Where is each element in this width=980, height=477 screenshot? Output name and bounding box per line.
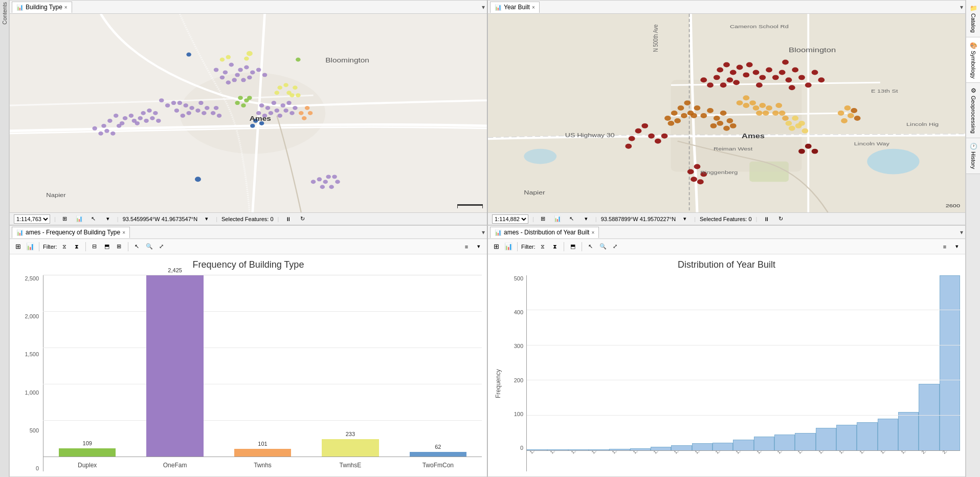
- building-type-tab-close[interactable]: ×: [64, 5, 68, 10]
- bar-twnhs[interactable]: 101: [219, 275, 306, 457]
- svg-point-162: [727, 118, 733, 123]
- svg-point-154: [671, 111, 678, 116]
- dist-chart-btn[interactable]: 📊: [503, 242, 514, 252]
- bar-duplex[interactable]: 109: [43, 275, 131, 457]
- year-built-map-area[interactable]: Bloomington Ames Napier US Highway 30 Ca…: [488, 14, 965, 212]
- dist-dropdown-btn[interactable]: ▾: [952, 242, 962, 252]
- dist-year-built-tab-close[interactable]: ×: [591, 230, 594, 235]
- hist-bar-1947[interactable]: [754, 437, 774, 450]
- toolbar-chart-icon[interactable]: 📊: [74, 214, 84, 224]
- bar-twofmcon[interactable]: 62: [394, 275, 482, 457]
- freq-filter-btn[interactable]: ⧖: [59, 242, 70, 252]
- svg-text:Bloomington: Bloomington: [789, 46, 836, 53]
- bar-twnhse[interactable]: 233: [306, 275, 394, 457]
- svg-point-142: [661, 134, 668, 139]
- toolbar-select-icon[interactable]: ↖: [88, 214, 99, 224]
- history-tab[interactable]: 🕐 History: [966, 138, 980, 174]
- toolbar-chart-icon-2[interactable]: 📊: [552, 214, 563, 224]
- freq-expand-btn[interactable]: ⤢: [157, 242, 167, 252]
- toolbar-table-icon-2[interactable]: ⊞: [538, 214, 548, 224]
- building-type-scale-select[interactable]: 1:114,763: [14, 214, 50, 224]
- freq-export-btn[interactable]: ⬒: [102, 242, 112, 252]
- refresh-btn-1[interactable]: ↻: [297, 214, 307, 224]
- svg-text:Ames: Ames: [250, 115, 271, 122]
- hist-bar-2003[interactable]: [919, 384, 939, 450]
- dist-list-btn[interactable]: ≡: [940, 242, 950, 252]
- svg-point-141: [655, 139, 661, 144]
- dist-select-btn[interactable]: ↖: [586, 242, 596, 252]
- dist-filter-btn2[interactable]: ⧗: [550, 242, 560, 252]
- freq-panel-menu[interactable]: ▾: [482, 229, 485, 236]
- freq-building-type-tab[interactable]: 📊 ames - Frequency of Building Type ×: [12, 227, 130, 238]
- freq-table-btn[interactable]: ⊞: [13, 242, 23, 252]
- coord-dropdown-2[interactable]: ▾: [680, 214, 690, 224]
- hist-bar-1906[interactable]: [630, 448, 651, 450]
- toolbar-more-icon[interactable]: ▾: [103, 214, 113, 224]
- svg-point-41: [114, 114, 118, 118]
- freq-table-view-btn[interactable]: ⊟: [90, 242, 100, 252]
- dist-filter-btn[interactable]: ⧖: [538, 242, 548, 252]
- hist-bar-1872[interactable]: [527, 449, 547, 450]
- hist-bar-1968[interactable]: [816, 428, 836, 450]
- dist-table-btn[interactable]: ⊞: [491, 242, 501, 252]
- svg-point-88: [241, 103, 246, 107]
- hist-bar-1913[interactable]: [651, 447, 671, 450]
- svg-point-14: [214, 68, 218, 72]
- dist-zoom-btn[interactable]: 🔍: [598, 242, 608, 252]
- dist-year-built-tab[interactable]: 📊 ames - Distribution of Year Built ×: [490, 227, 599, 238]
- hist-bar-1961[interactable]: [795, 433, 815, 450]
- geoprocessing-tab[interactable]: ⚙ Geoprocessing: [966, 83, 980, 138]
- hist-bar-1927[interactable]: [692, 443, 712, 450]
- svg-point-36: [132, 119, 137, 123]
- hist-bar-1989[interactable]: [878, 419, 898, 450]
- hist-bar-1954[interactable]: [774, 435, 795, 450]
- hist-bar-1982[interactable]: [857, 422, 877, 450]
- hist-bar-2010[interactable]: [940, 275, 960, 450]
- svg-text:Ringgenberg: Ringgenberg: [700, 170, 738, 175]
- coord-dropdown-1[interactable]: ▾: [202, 214, 212, 224]
- hist-bar-1878[interactable]: [547, 449, 568, 450]
- freq-chart-settings[interactable]: ⊞: [114, 242, 124, 252]
- dist-export-btn[interactable]: ⬒: [568, 242, 578, 252]
- building-type-tab[interactable]: 📊 Building Type ×: [12, 2, 72, 13]
- freq-dropdown-btn[interactable]: ▾: [474, 242, 484, 252]
- freq-bar-chart: 2,500 2,000 1,500 1,000 500 0: [15, 275, 482, 471]
- hist-bar-1892[interactable]: [589, 449, 609, 450]
- freq-filter-btn2[interactable]: ⧗: [72, 242, 82, 252]
- catalog-tab[interactable]: 📁 Catalog: [966, 0, 980, 37]
- building-type-map-area[interactable]: Bloomington Ames Napier: [10, 14, 487, 212]
- freq-list-btn[interactable]: ≡: [461, 242, 472, 252]
- svg-point-146: [691, 177, 697, 182]
- dist-panel-menu[interactable]: ▾: [960, 229, 963, 236]
- freq-select-btn[interactable]: ↖: [132, 242, 142, 252]
- bar-onefam[interactable]: 2,425: [131, 275, 218, 457]
- contents-label[interactable]: Contents: [2, 2, 8, 25]
- toolbar-more-icon-2[interactable]: ▾: [581, 214, 591, 224]
- hist-bar-1899[interactable]: [609, 449, 630, 450]
- hist-bar-1996[interactable]: [898, 412, 919, 450]
- bar-onefam-value: 2,425: [168, 267, 182, 273]
- year-built-tab[interactable]: 📊 Year Built ×: [490, 2, 540, 13]
- freq-zoom-btn[interactable]: 🔍: [144, 242, 154, 252]
- hist-bar-1920[interactable]: [671, 445, 692, 450]
- hist-bar-1934[interactable]: [712, 443, 733, 450]
- symbology-tab[interactable]: 🎨 Symbology: [966, 37, 980, 83]
- year-built-tab-close[interactable]: ×: [532, 5, 535, 10]
- svg-point-171: [753, 105, 760, 111]
- toolbar-table-icon[interactable]: ⊞: [60, 214, 70, 224]
- building-type-panel-menu[interactable]: ▾: [482, 4, 485, 11]
- freq-building-type-tab-close[interactable]: ×: [122, 230, 125, 235]
- hist-bar-1885[interactable]: [568, 449, 589, 450]
- hist-bar-1975[interactable]: [836, 425, 857, 450]
- pause-btn-2[interactable]: ⏸: [761, 214, 771, 224]
- bar-twnhse-value: 233: [346, 431, 355, 437]
- year-built-panel-menu[interactable]: ▾: [960, 4, 963, 11]
- dist-expand-btn[interactable]: ⤢: [610, 242, 620, 252]
- freq-chart-btn[interactable]: 📊: [25, 242, 35, 252]
- left-panel: Contents: [0, 0, 9, 477]
- hist-bar-1941[interactable]: [733, 440, 753, 450]
- year-built-scale-select[interactable]: 1:114,882: [492, 214, 528, 224]
- refresh-btn-2[interactable]: ↻: [775, 214, 786, 224]
- pause-btn-1[interactable]: ⏸: [283, 214, 293, 224]
- toolbar-select-icon-2[interactable]: ↖: [567, 214, 577, 224]
